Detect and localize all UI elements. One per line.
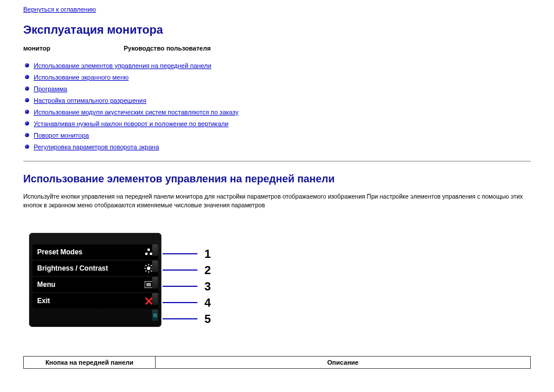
callout-1: 1 <box>204 247 211 261</box>
section-body-text: Используйте кнопки управления на передне… <box>23 192 531 210</box>
callout-2: 2 <box>204 264 211 277</box>
bezel-button-4 <box>152 293 158 305</box>
toc-link-osd[interactable]: Использование экранного меню <box>34 74 129 81</box>
callout-4: 4 <box>204 296 211 310</box>
page-title: Эксплуатация монитора <box>23 23 531 37</box>
callout-numbers: 1 2 3 4 5 <box>163 233 211 327</box>
power-button <box>152 310 158 321</box>
table-header-button: Кнопка на передней панели <box>24 357 156 369</box>
front-panel-figure: Preset Modes Brightness / Contrast Menu … <box>29 233 531 327</box>
svg-line-10 <box>146 271 147 272</box>
svg-line-8 <box>146 265 147 267</box>
bezel-button-1 <box>152 244 158 256</box>
callout-3: 3 <box>204 280 211 293</box>
table-of-contents: Использование элементов управления на пе… <box>23 60 531 153</box>
toc-link-rotation-settings[interactable]: Регулировка параметров поворота экрана <box>34 143 159 150</box>
toc-link-front-controls[interactable]: Использование элементов управления на пе… <box>34 62 211 69</box>
osd-label: Menu <box>37 277 55 292</box>
monitor-bezel: Preset Modes Brightness / Contrast Menu … <box>29 233 161 327</box>
back-to-contents-link[interactable]: Вернуться к оглавлению <box>23 6 96 13</box>
power-icon <box>153 313 157 318</box>
description-table: Кнопка на передней панели Описание <box>23 356 531 369</box>
subtitle-monitor: монитор <box>23 45 51 52</box>
osd-item-preset-modes: Preset Modes <box>33 244 158 260</box>
subtitle-row: монитор Руководство пользователя <box>23 45 531 52</box>
osd-item-menu: Menu <box>33 277 158 292</box>
divider <box>23 161 531 161</box>
table-header-description: Описание <box>155 357 530 369</box>
toc-link-tilt-swivel[interactable]: Устанавливая нужный наклон поворот и пол… <box>34 120 228 127</box>
osd-item-brightness-contrast: Brightness / Contrast <box>33 261 158 276</box>
svg-point-0 <box>148 249 150 251</box>
osd-item-exit: Exit <box>33 293 158 308</box>
callout-5: 5 <box>204 312 211 326</box>
section-heading: Использование элементов управления на пе… <box>23 173 531 185</box>
svg-point-3 <box>147 267 150 270</box>
osd-label: Exit <box>37 293 50 308</box>
toc-link-rotate-monitor[interactable]: Поворот монитора <box>34 132 89 139</box>
toc-link-optimal-resolution[interactable]: Настройка оптимального разрешения <box>34 97 146 104</box>
bezel-buttons <box>152 244 158 321</box>
bezel-button-3 <box>152 277 158 289</box>
osd-label: Brightness / Contrast <box>37 261 108 276</box>
toc-link-program[interactable]: Программа <box>34 85 67 92</box>
subtitle-guide: Руководство пользователя <box>124 45 211 52</box>
toc-link-sound-module[interactable]: Использование модуля акустических систем… <box>34 109 239 116</box>
svg-point-1 <box>145 253 148 256</box>
osd-label: Preset Modes <box>37 244 82 260</box>
bezel-button-2 <box>152 261 158 272</box>
